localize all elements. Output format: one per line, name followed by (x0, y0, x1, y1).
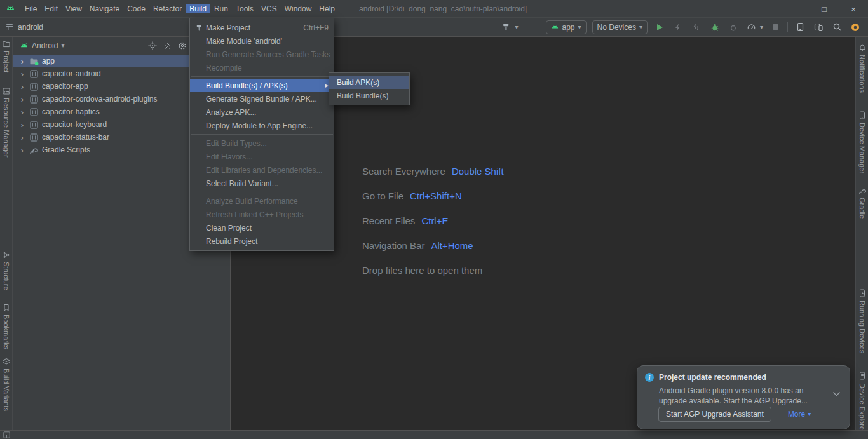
more-button[interactable]: More ▾ (788, 410, 811, 419)
info-icon: i (645, 373, 654, 382)
menu-item-make-module[interactable]: Make Module 'android' (190, 34, 334, 48)
menu-item-edit-libraries-dependencies: Edit Libraries and Dependencies... (190, 163, 334, 177)
notification-balloon: i Project update recommended Android Gra… (637, 365, 850, 429)
toolwindow-switcher-icon[interactable] (3, 431, 10, 438)
left-toolwindow-stripe: Project Resource Manager Structure Bookm… (0, 37, 13, 430)
project-view-selector[interactable]: Android (32, 41, 58, 50)
module-icon (29, 120, 39, 130)
notification-title: Project update recommended (659, 373, 766, 382)
chevron-down-icon[interactable]: ▾ (61, 43, 64, 49)
stripe-label: Resource Manager (3, 98, 10, 158)
toolwindow-build-variants[interactable]: Build Variants (0, 358, 13, 411)
debug-button[interactable] (709, 21, 721, 34)
menu-item-refresh-linked-cpp: Refresh Linked C++ Projects (190, 208, 334, 221)
submenu-item-build-bundles[interactable]: Build Bundle(s) (329, 89, 409, 102)
hint-shortcut: Ctrl+Shift+N (410, 191, 462, 201)
apply-changes-button[interactable] (672, 21, 684, 34)
menubar-item-code[interactable]: Code (123, 4, 149, 13)
toolwindow-structure[interactable]: Structure (0, 252, 13, 290)
menu-separator (191, 134, 333, 135)
hint-label: Go to File (362, 191, 403, 201)
chevron-down-icon[interactable]: ▾ (760, 24, 763, 30)
menu-item-recompile: Recompile (190, 61, 334, 74)
apply-code-changes-button[interactable] (690, 21, 703, 34)
menubar-item-file[interactable]: File (21, 4, 41, 13)
menubar-item-navigate[interactable]: Navigate (86, 4, 123, 13)
toolwindow-running-devices[interactable]: Running Devices (856, 289, 868, 353)
search-everywhere-icon[interactable] (831, 21, 843, 34)
expand-chevron-icon[interactable]: › (18, 108, 26, 116)
right-toolwindow-stripe: Notifications Device Manager Gradle Runn… (855, 37, 868, 430)
breadcrumb[interactable]: android (5, 18, 43, 36)
hint-navigation-bar: Navigation Bar Alt+Home (362, 233, 504, 258)
start-agp-upgrade-assistant-button[interactable]: Start AGP Upgrade Assistant (658, 407, 771, 422)
menubar-item-build[interactable]: Build (186, 4, 210, 13)
make-project-hammer-icon[interactable] (500, 21, 513, 34)
stripe-label: Device Manager (858, 123, 866, 173)
menu-item-select-build-variant[interactable]: Select Build Variant... (190, 177, 334, 190)
menu-separator (191, 192, 333, 192)
menu-item-label: Generate Signed Bundle / APK... (206, 95, 329, 104)
submenu-item-build-apks[interactable]: Build APK(s) (329, 76, 409, 89)
tree-item-label: capacitor-status-bar (42, 133, 109, 142)
menubar-item-view[interactable]: View (62, 4, 86, 13)
toolwindow-gradle[interactable]: Gradle (856, 187, 868, 219)
toolwindow-resource-manager[interactable]: Resource Manager (0, 88, 13, 158)
app-module-icon (29, 57, 39, 66)
device-manager-icon[interactable] (794, 21, 806, 34)
menubar-item-tools[interactable]: Tools (232, 4, 257, 13)
collapse-chevron-icon[interactable] (832, 391, 841, 396)
menubar-item-window[interactable]: Window (281, 4, 316, 13)
hint-label: Drop files here to open them (362, 265, 482, 276)
breadcrumb-project-name[interactable]: android (18, 23, 43, 32)
menu-item-analyze-apk[interactable]: Analyze APK... (190, 105, 334, 119)
run-button[interactable] (653, 21, 666, 34)
run-configuration-select[interactable]: app ▾ (546, 20, 587, 34)
expand-chevron-icon[interactable]: › (18, 57, 26, 65)
menu-item-make-project[interactable]: Make Project Ctrl+F9 (190, 21, 334, 34)
menu-item-build-bundles-apks[interactable]: Build Bundle(s) / APK(s) ▸ (190, 79, 334, 92)
toolwindow-bookmarks[interactable]: Bookmarks (0, 304, 13, 349)
toolwindow-device-manager[interactable]: Device Manager (856, 111, 868, 173)
locate-file-icon[interactable] (148, 41, 157, 50)
expand-chevron-icon[interactable]: › (18, 133, 26, 142)
menu-item-generate-signed-bundle[interactable]: Generate Signed Bundle / APK... (190, 92, 334, 105)
close-button[interactable]: × (839, 0, 868, 18)
menu-item-rebuild-project[interactable]: Rebuild Project (190, 234, 334, 248)
attach-debugger-button[interactable] (727, 21, 740, 34)
maximize-button[interactable]: □ (810, 0, 839, 18)
expand-chevron-icon[interactable]: › (18, 146, 26, 154)
menubar-item-run[interactable]: Run (210, 4, 232, 13)
expand-chevron-icon[interactable]: › (18, 95, 26, 104)
expand-chevron-icon[interactable]: › (18, 121, 26, 129)
device-explorer-toolwindow-icon (859, 372, 865, 380)
toolwindow-project[interactable]: Project (0, 41, 13, 72)
minimize-button[interactable]: – (780, 0, 810, 18)
window-controls: – □ × (780, 0, 868, 18)
more-button-label: More (788, 410, 805, 419)
settings-gear-icon[interactable] (178, 41, 187, 50)
menubar-item-refactor[interactable]: Refactor (149, 4, 186, 13)
expand-chevron-icon[interactable]: › (18, 70, 26, 78)
expand-chevron-icon[interactable]: › (18, 83, 26, 91)
chevron-down-icon[interactable]: ▾ (515, 24, 518, 30)
collapse-all-icon[interactable] (163, 42, 172, 50)
menu-item-deploy-module-app-engine[interactable]: Deploy Module to App Engine... (190, 119, 334, 132)
menu-item-clean-project[interactable]: Clean Project (190, 221, 334, 234)
update-available-icon[interactable] (849, 21, 862, 34)
build-variants-toolwindow-icon (3, 358, 10, 365)
menubar-item-help[interactable]: Help (315, 4, 339, 13)
stop-button[interactable] (769, 21, 782, 34)
bookmarks-toolwindow-icon (3, 304, 10, 311)
menubar-item-edit[interactable]: Edit (41, 4, 62, 13)
device-select-value: No Devices (597, 23, 636, 32)
android-view-icon (20, 41, 29, 50)
device-mirror-icon[interactable] (812, 21, 825, 34)
profiler-group: ▾ (745, 21, 763, 34)
toolwindow-notifications[interactable]: Notifications (856, 43, 868, 93)
toolwindow-device-explorer[interactable]: Device Explorer (856, 372, 868, 433)
profiler-button[interactable] (745, 21, 758, 34)
menubar-item-vcs[interactable]: VCS (257, 4, 281, 13)
menu-item-shortcut: Ctrl+F9 (303, 24, 329, 32)
device-select[interactable]: No Devices ▾ (592, 20, 648, 34)
